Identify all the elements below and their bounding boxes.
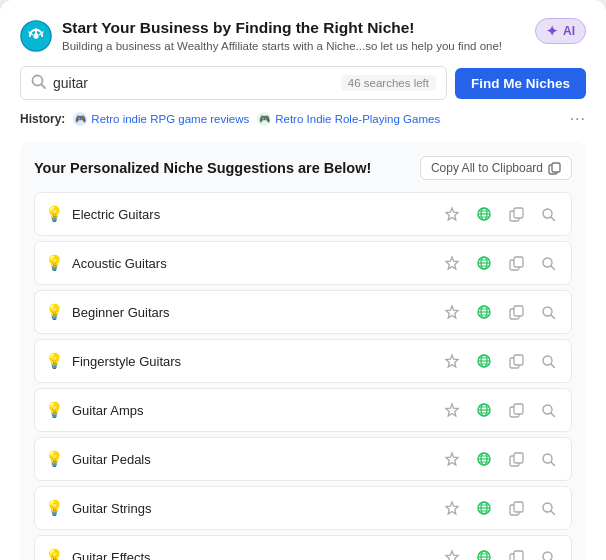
niche-actions xyxy=(439,201,561,227)
niche-copy-button[interactable] xyxy=(503,446,529,472)
niche-label: Beginner Guitars xyxy=(72,305,431,320)
niche-item: 💡 Beginner Guitars xyxy=(34,290,572,334)
history-item-2[interactable]: 🎮 Retro Indie Role-Playing Games xyxy=(257,112,440,126)
svg-line-18 xyxy=(551,217,555,221)
niche-label: Fingerstyle Guitars xyxy=(72,354,431,369)
svg-rect-16 xyxy=(514,208,523,218)
niche-item: 💡 Acoustic Guitars xyxy=(34,241,572,285)
niche-globe-button[interactable] xyxy=(471,201,497,227)
svg-point-87 xyxy=(543,552,552,560)
niche-copy-button[interactable] xyxy=(503,250,529,276)
niche-item: 💡 Electric Guitars xyxy=(34,192,572,236)
niche-search-button[interactable] xyxy=(535,201,561,227)
niche-copy-button[interactable] xyxy=(503,348,529,374)
svg-rect-66 xyxy=(514,453,523,463)
svg-rect-26 xyxy=(514,257,523,267)
niche-search-button[interactable] xyxy=(535,446,561,472)
main-card: Start Your Business by Finding the Right… xyxy=(0,0,606,560)
search-row: 46 searches left Find Me Niches xyxy=(20,66,586,100)
niche-star-button[interactable] xyxy=(439,348,465,374)
niche-copy-button[interactable] xyxy=(503,397,529,423)
history-row: History: 🎮 Retro indie RPG game reviews … xyxy=(20,110,586,128)
niche-bulb-icon: 💡 xyxy=(45,401,64,419)
svg-marker-29 xyxy=(446,306,458,318)
niche-item: 💡 Guitar Amps xyxy=(34,388,572,432)
svg-line-28 xyxy=(551,266,555,270)
niche-star-button[interactable] xyxy=(439,544,465,560)
niche-globe-button[interactable] xyxy=(471,348,497,374)
searches-left-badge: 46 searches left xyxy=(341,75,436,91)
header-left: Start Your Business by Finding the Right… xyxy=(20,18,502,52)
niche-search-button[interactable] xyxy=(535,495,561,521)
niche-actions xyxy=(439,446,561,472)
find-niches-button[interactable]: Find Me Niches xyxy=(455,68,586,99)
copy-all-button[interactable]: Copy All to Clipboard xyxy=(420,156,572,180)
svg-marker-9 xyxy=(446,208,458,220)
history-item-2-label: Retro Indie Role-Playing Games xyxy=(275,113,440,125)
svg-line-78 xyxy=(551,511,555,515)
niche-search-button[interactable] xyxy=(535,397,561,423)
niche-actions xyxy=(439,397,561,423)
niche-globe-button[interactable] xyxy=(471,495,497,521)
ai-badge-label: AI xyxy=(563,24,575,38)
niche-star-button[interactable] xyxy=(439,495,465,521)
svg-marker-69 xyxy=(446,502,458,514)
niche-bulb-icon: 💡 xyxy=(45,254,64,272)
niche-bulb-icon: 💡 xyxy=(45,499,64,517)
niche-search-button[interactable] xyxy=(535,299,561,325)
svg-point-80 xyxy=(478,551,490,560)
niche-actions xyxy=(439,250,561,276)
niche-star-button[interactable] xyxy=(439,299,465,325)
niche-actions xyxy=(439,544,561,560)
history-item-1-label: Retro indie RPG game reviews xyxy=(91,113,249,125)
svg-marker-49 xyxy=(446,404,458,416)
niche-item: 💡 Fingerstyle Guitars xyxy=(34,339,572,383)
more-history-button[interactable]: ··· xyxy=(570,110,586,128)
search-input[interactable] xyxy=(53,75,334,91)
niche-star-button[interactable] xyxy=(439,250,465,276)
svg-marker-79 xyxy=(446,551,458,560)
niche-star-button[interactable] xyxy=(439,201,465,227)
niche-copy-button[interactable] xyxy=(503,201,529,227)
niche-actions xyxy=(439,348,561,374)
suggestions-section: Your Personalized Niche Suggestions are … xyxy=(20,142,586,560)
svg-marker-39 xyxy=(446,355,458,367)
svg-rect-56 xyxy=(514,404,523,414)
history-label: History: xyxy=(20,112,65,126)
niche-bulb-icon: 💡 xyxy=(45,352,64,370)
niche-bulb-icon: 💡 xyxy=(45,548,64,560)
ai-badge: ✦ AI xyxy=(535,18,586,44)
header: Start Your Business by Finding the Right… xyxy=(20,18,586,52)
niche-star-button[interactable] xyxy=(439,446,465,472)
svg-rect-46 xyxy=(514,355,523,365)
niche-copy-button[interactable] xyxy=(503,495,529,521)
niche-globe-button[interactable] xyxy=(471,446,497,472)
niche-item: 💡 Guitar Strings xyxy=(34,486,572,530)
niche-search-button[interactable] xyxy=(535,348,561,374)
page-subtitle: Building a business at Wealthy Affiliate… xyxy=(62,40,502,52)
svg-rect-36 xyxy=(514,306,523,316)
niche-label: Acoustic Guitars xyxy=(72,256,431,271)
svg-line-6 xyxy=(42,85,46,89)
niche-star-button[interactable] xyxy=(439,397,465,423)
header-text: Start Your Business by Finding the Right… xyxy=(62,18,502,52)
niche-search-button[interactable] xyxy=(535,544,561,560)
niche-globe-button[interactable] xyxy=(471,299,497,325)
history-item-1[interactable]: 🎮 Retro indie RPG game reviews xyxy=(73,112,249,126)
niche-copy-button[interactable] xyxy=(503,544,529,560)
page-title: Start Your Business by Finding the Right… xyxy=(62,18,502,38)
svg-point-81 xyxy=(481,551,487,560)
niche-search-button[interactable] xyxy=(535,250,561,276)
history-dot-2: 🎮 xyxy=(257,112,271,126)
svg-line-58 xyxy=(551,413,555,417)
niche-globe-button[interactable] xyxy=(471,397,497,423)
copy-all-icon xyxy=(548,162,561,175)
logo-icon xyxy=(20,20,52,52)
niche-globe-button[interactable] xyxy=(471,250,497,276)
niche-bulb-icon: 💡 xyxy=(45,450,64,468)
niche-globe-button[interactable] xyxy=(471,544,497,560)
niche-bulb-icon: 💡 xyxy=(45,205,64,223)
niche-copy-button[interactable] xyxy=(503,299,529,325)
copy-all-label: Copy All to Clipboard xyxy=(431,161,543,175)
niche-label: Guitar Effects xyxy=(72,550,431,560)
